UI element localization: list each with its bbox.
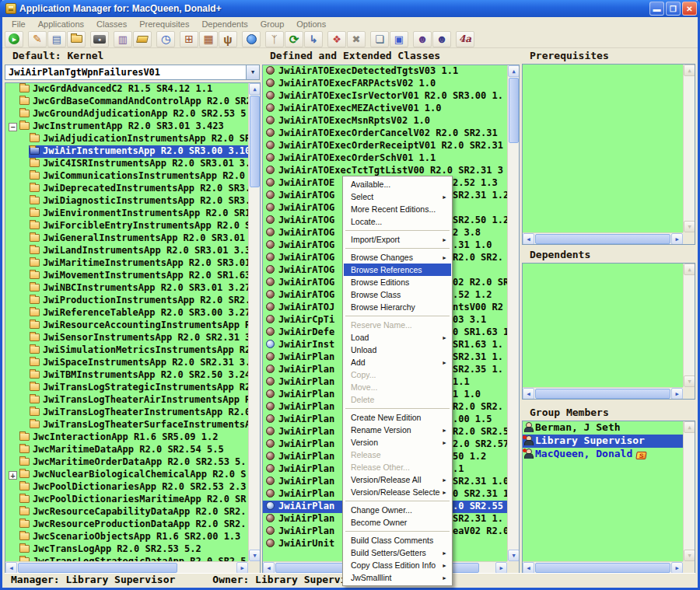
context-menu-item[interactable]: ► xyxy=(345,316,450,316)
tree-row[interactable]: JwiGeneralInstrumentsApp R2.0 SR3.01 3 xyxy=(5,232,248,245)
menu-prerequisites[interactable]: Prerequisites xyxy=(133,19,195,30)
tree-row[interactable]: JwiLandInstrumentsApp R2.0 SR3.01 3.39 xyxy=(5,245,248,257)
context-menu-item[interactable]: ► xyxy=(345,230,450,231)
context-menu-item[interactable]: Release Other...► xyxy=(344,461,451,473)
vertical-scrollbar[interactable]: ▲ ▼ xyxy=(683,65,695,232)
tree-row[interactable]: JwiSimulationMetricsInstrumentsApp R2. xyxy=(5,344,248,357)
context-menu-item[interactable]: Version/Release All► xyxy=(344,473,451,486)
font-size-icon[interactable]: 4a xyxy=(456,31,474,47)
edit-pencil-icon[interactable]: ✎ xyxy=(28,31,47,47)
class-row[interactable]: JwiAirATOExecMsnRptsV02 1.0 xyxy=(263,115,507,127)
context-menu-item[interactable]: Build Setters/Getters► xyxy=(344,546,451,559)
scroll-left-button[interactable]: ◀ xyxy=(523,388,534,400)
camera-icon[interactable]: ● xyxy=(90,31,109,47)
tree-row[interactable]: JwiResourceAccountingInstrumentsApp R2 xyxy=(5,319,248,332)
horizontal-scrollbar[interactable]: ◀ ▶ xyxy=(523,387,683,399)
tree-row[interactable]: JwcGrdBaseCommandAndControlApp R2.0 SR2 xyxy=(5,96,248,108)
close-button[interactable]: ✕ xyxy=(682,2,697,16)
context-menu-item[interactable]: Create New Edition► xyxy=(344,411,451,424)
scroll-left-button[interactable]: ◀ xyxy=(263,562,275,574)
tree-row[interactable]: JwiReferenceTableApp R2.0 SR3.00 3.27 xyxy=(5,307,248,319)
grid-icon[interactable]: ▦ xyxy=(199,31,218,47)
report-icon[interactable]: ▥ xyxy=(114,31,132,47)
tree-row[interactable]: JwcNuclearBiologicalChemicalApp R2.0 S xyxy=(5,469,248,481)
tree-row[interactable]: JwcTransLogApp R2.0 SR2.53 5.2 xyxy=(5,543,248,556)
context-menu-item[interactable]: Browse Changes► xyxy=(344,251,451,264)
tree-row[interactable]: JwiSensorInstrumentsApp R2.0 SR2.31 3. xyxy=(5,332,248,344)
tree-row[interactable]: JwiTBMInstrumentsApp R2.0 SR2.50 3.24 xyxy=(5,369,248,382)
tree-row[interactable]: JwcMaritimeOrderDataApp R2.0 SR2.53 5. xyxy=(5,456,248,469)
scroll-down-button[interactable]: ▼ xyxy=(508,550,520,561)
tree-row[interactable]: JwcPoolDictionariesApp R2.0 SR2.53 2.3 xyxy=(5,481,248,494)
run-icon[interactable]: ▶ xyxy=(5,31,23,47)
tree-row[interactable]: JwiMaritimeInstrumentsApp R2.0 SR3.01 xyxy=(5,257,248,270)
tree-expander-icon[interactable] xyxy=(9,471,17,480)
menu-file[interactable]: File xyxy=(5,19,32,30)
tree-row[interactable]: JwiDeprecatedInstrumentsApp R2.0 SR3.0 xyxy=(5,183,248,195)
tree-row[interactable]: JwiMovementInstrumentsApp R2.0 SR1.63 xyxy=(5,270,248,282)
scroll-right-button[interactable]: ▶ xyxy=(236,562,248,574)
scroll-up-button[interactable]: ▲ xyxy=(249,83,261,95)
tree-row[interactable]: JwiAirInstrumentsApp R2.0 SR3.00 3.106 xyxy=(5,145,248,158)
tree-row[interactable]: JwiTransLogTheaterAirInstrumentsApp R2 xyxy=(5,394,248,407)
context-menu-item[interactable]: JwSmalllint► xyxy=(344,571,451,584)
combobox-dropdown-icon[interactable]: ▼ xyxy=(246,65,259,79)
tree-row[interactable]: JwcTransLogStrategicDataApp R2.0 SR2.5 xyxy=(5,556,248,561)
scroll-up-button[interactable]: ▲ xyxy=(508,65,520,77)
scroll-right-button[interactable]: ▶ xyxy=(671,388,683,400)
user-icon-1[interactable]: ☻ xyxy=(413,31,432,47)
class-row[interactable]: JwiAirATOExecDetectedTgtsV03 1.1 xyxy=(263,65,507,78)
scrollbar-thumb[interactable] xyxy=(535,389,670,399)
context-menu-item[interactable]: Delete► xyxy=(344,393,451,406)
context-menu-item[interactable]: More Recent Editions...► xyxy=(344,203,451,215)
scroll-up-button[interactable]: ▲ xyxy=(684,65,695,76)
context-menu-item[interactable]: Browse Class► xyxy=(344,288,451,301)
scrollbar-thumb[interactable] xyxy=(509,78,519,143)
context-menu-item[interactable]: Copy Class Edition Info► xyxy=(344,559,451,571)
scroll-left-button[interactable]: ◀ xyxy=(523,562,534,574)
horizontal-scrollbar[interactable]: ◀ ▶ xyxy=(523,561,683,573)
context-menu-item[interactable]: Load► xyxy=(344,331,451,344)
context-menu-item[interactable]: Copy...► xyxy=(344,368,451,381)
context-menu-item[interactable]: Locate...► xyxy=(344,215,451,228)
menu-options[interactable]: Options xyxy=(290,19,332,30)
context-menu-item[interactable]: ► xyxy=(345,248,450,249)
context-menu-item[interactable]: Change Owner...► xyxy=(344,504,451,516)
context-menu-item[interactable]: Version/Release Selected► xyxy=(344,486,451,498)
tree-row[interactable]: JwcGrdAdvancedC2 R1.5 SR4.12 1.1 xyxy=(5,83,248,96)
tree-row[interactable]: JwiCommunicationsInstrumentsApp R2.0 S xyxy=(5,170,248,183)
class-row[interactable]: JwiAirATOExecOrderCancelV02 R2.0 SR2.31 xyxy=(263,127,507,140)
combobox-value[interactable]: JwiAirPlanTgtWpnFailuresV01 xyxy=(5,67,246,78)
tree-row[interactable]: JwcResourceCapabilityDataApp R2.0 SR2. xyxy=(5,506,248,518)
scroll-left-button[interactable]: ◀ xyxy=(523,233,534,245)
class-row[interactable]: JwiAirATOExecMEZActiveV01 1.0 xyxy=(263,103,507,115)
tree-row[interactable]: JwiC4ISRInstrumentsApp R2.0 SR3.01 3.5 xyxy=(5,158,248,170)
context-menu-item[interactable]: Build Class Comments► xyxy=(344,534,451,546)
context-menu-item[interactable]: Browse Editions► xyxy=(344,276,451,288)
tree-row[interactable]: JwcResourceProductionDataApp R2.0 SR2. xyxy=(5,518,248,531)
scroll-right-button[interactable]: ▶ xyxy=(671,233,683,245)
grid-add-icon[interactable]: ⊞ xyxy=(180,31,198,47)
tree-row[interactable]: JwcGroundAdjudicationApp R2.0 SR2.53 5 xyxy=(5,108,248,120)
class-combobox[interactable]: JwiAirPlanTgtWpnFailuresV01 ▼ xyxy=(5,65,260,80)
scrollbar-thumb[interactable] xyxy=(535,234,670,244)
horizontal-scrollbar[interactable]: ◀ ▶ xyxy=(523,232,683,244)
tree-row[interactable]: JwcPoolDictionariesMaritimeApp R2.0 SR xyxy=(5,494,248,506)
tree-row[interactable]: JwiTransLogTheaterInstrumentsApp R2.0 xyxy=(5,407,248,419)
import-doc-icon[interactable]: ↳ xyxy=(304,31,323,47)
document-icon[interactable]: ▤ xyxy=(47,31,66,47)
menu-dependents[interactable]: Dependents xyxy=(195,19,254,30)
shapes-icon[interactable]: ❖ xyxy=(327,31,346,47)
tree-row[interactable]: JwiProductionInstrumentsApp R2.0 SR2.5 xyxy=(5,295,248,307)
tree-row[interactable]: JwcScenarioObjectsApp R1.6 SR2.00 1.3 xyxy=(5,531,248,543)
menu-applications[interactable]: Applications xyxy=(32,19,90,30)
user-icon-2[interactable]: ☻ xyxy=(432,31,451,47)
windows-icon[interactable]: ▣ xyxy=(390,31,408,47)
context-menu-item[interactable]: ► xyxy=(345,501,450,501)
context-menu-item[interactable]: Rename Version► xyxy=(344,424,451,436)
class-row[interactable]: JwiAirATOExecFARPActsV02 1.0 xyxy=(263,78,507,90)
tree-row[interactable]: JwcInstrumentApp R2.0 SR3.01 3.423 xyxy=(5,120,248,133)
MacQueen, Donald[interactable]: MacQueen, Donald xyxy=(523,448,683,461)
scroll-right-button[interactable]: ▶ xyxy=(495,562,507,574)
scroll-down-button[interactable]: ▼ xyxy=(684,221,695,232)
